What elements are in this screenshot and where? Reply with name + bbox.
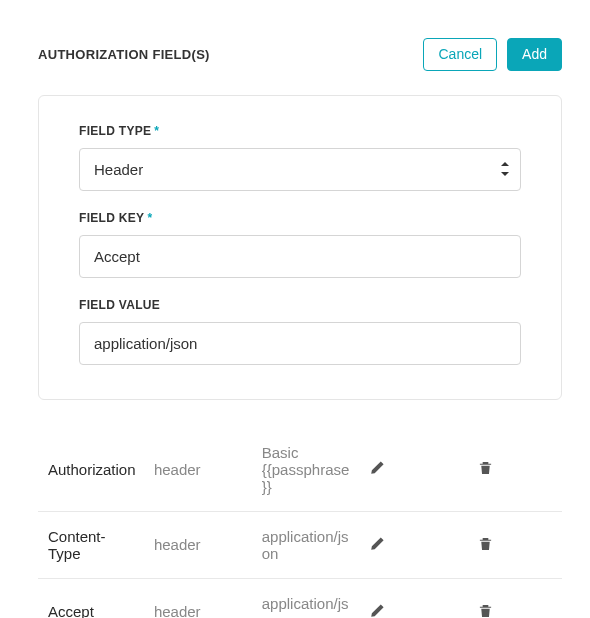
add-button[interactable]: Add	[507, 38, 562, 71]
field-type-label-text: FIELD TYPE	[79, 124, 151, 138]
cell-key: Accept	[38, 578, 146, 618]
field-key-label-text: FIELD KEY	[79, 211, 144, 225]
cell-type: header	[146, 511, 254, 578]
fields-table: Authorization header Basic {{passphrase}…	[38, 428, 562, 618]
table-row: Accept header application/json	[38, 578, 562, 618]
edit-icon[interactable]	[370, 460, 385, 475]
cell-key: Authorization	[38, 428, 146, 512]
field-key-input[interactable]	[79, 235, 521, 278]
required-mark: *	[154, 124, 159, 138]
trash-icon[interactable]	[478, 603, 493, 618]
cancel-button[interactable]: Cancel	[423, 38, 497, 71]
field-value-label: FIELD VALUE	[79, 298, 521, 312]
trash-icon[interactable]	[478, 460, 493, 475]
cell-value: Basic {{passphrase}}	[254, 428, 362, 512]
table-row: Content-Type header application/json	[38, 511, 562, 578]
page-title: AUTHORIZATION FIELD(S)	[38, 47, 210, 62]
field-type-label: FIELD TYPE*	[79, 124, 521, 138]
field-value-input[interactable]	[79, 322, 521, 365]
required-mark: *	[147, 211, 152, 225]
field-key-label: FIELD KEY*	[79, 211, 521, 225]
field-form-card: FIELD TYPE* Header FIELD KEY* FIELD VALU…	[38, 95, 562, 400]
cell-key: Content-Type	[38, 511, 146, 578]
cell-value: application/json	[254, 578, 362, 618]
edit-icon[interactable]	[370, 603, 385, 618]
cell-type: header	[146, 428, 254, 512]
table-row: Authorization header Basic {{passphrase}…	[38, 428, 562, 512]
edit-icon[interactable]	[370, 536, 385, 551]
cell-value: application/json	[254, 511, 362, 578]
trash-icon[interactable]	[478, 536, 493, 551]
field-type-select[interactable]: Header	[79, 148, 521, 191]
field-value-label-text: FIELD VALUE	[79, 298, 160, 312]
cell-type: header	[146, 578, 254, 618]
